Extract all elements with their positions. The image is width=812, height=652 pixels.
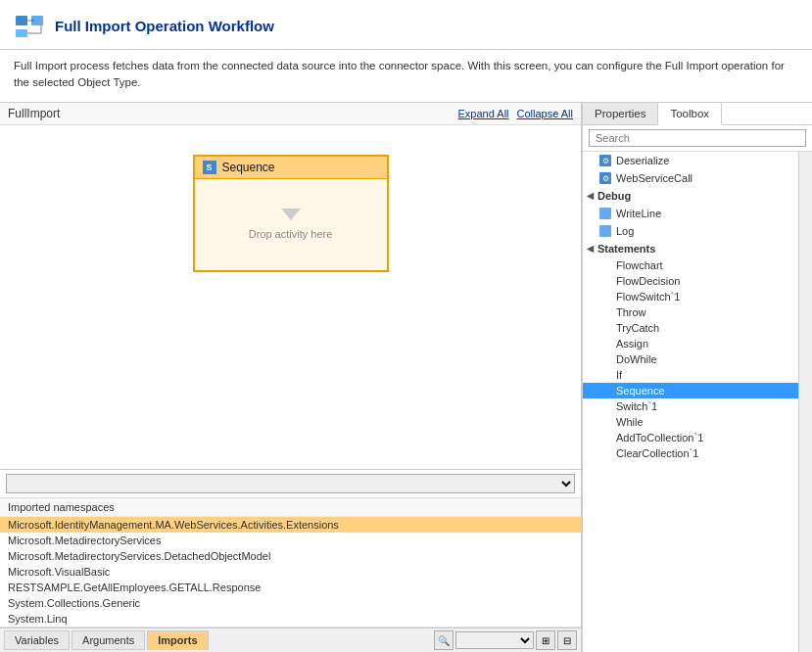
right-tab-bar: Properties Toolbox	[583, 103, 812, 125]
toolbar: FullImport Expand All Collapse All	[0, 103, 581, 125]
group-arrow-icon: ◀	[587, 244, 594, 254]
toolbox-item-assign[interactable]: Assign	[583, 336, 798, 351]
webservice-icon: ⚙	[598, 171, 612, 185]
arguments-tab[interactable]: Arguments	[72, 630, 145, 650]
toolbox-item-label: While	[616, 416, 644, 428]
bottom-panel: Imported namespaces Microsoft.IdentityMa…	[0, 469, 581, 652]
group-label: Statements	[597, 243, 655, 255]
namespace-item[interactable]: System.Linq	[0, 611, 581, 627]
properties-tab[interactable]: Properties	[583, 103, 658, 124]
toolbox-item-label: Flowchart	[616, 259, 663, 271]
drop-arrow-icon	[281, 209, 301, 220]
imports-tab[interactable]: Imports	[147, 630, 208, 650]
toolbox-list: ⚙Deserialize⚙WebServiceCall◀DebugWriteLi…	[583, 152, 798, 653]
left-panel: FullImport Expand All Collapse All S Seq…	[0, 103, 582, 653]
toolbox-item-label: Assign	[616, 338, 648, 349]
toolbox-item-sequence[interactable]: Sequence	[583, 383, 798, 398]
collapse-icon-button[interactable]: ⊟	[557, 630, 577, 650]
toolbox-item-label: WebServiceCall	[616, 172, 693, 184]
toolbox-item-label: Throw	[616, 306, 646, 318]
toolbox-item-log[interactable]: Log	[583, 222, 798, 240]
workflow-label: FullImport	[8, 107, 60, 120]
bottom-select[interactable]	[455, 631, 534, 649]
toolbox-item-clearcollection-1[interactable]: ClearCollection`1	[583, 445, 798, 461]
toolbox-item-deserialize[interactable]: ⚙Deserialize	[583, 152, 798, 169]
toolbox-content: ⚙Deserialize⚙WebServiceCall◀DebugWriteLi…	[583, 152, 798, 653]
toolbox-item-label: Switch`1	[616, 400, 657, 412]
expand-all-button[interactable]: Expand All	[458, 108, 509, 119]
namespace-item[interactable]: Microsoft.IdentityManagement.MA.WebServi…	[0, 517, 581, 533]
search-bottom-button[interactable]: 🔍	[434, 630, 454, 650]
toolbox-item-label: Deserialize	[616, 155, 669, 166]
svg-text:⚙: ⚙	[602, 174, 609, 183]
toolbox-item-label: DoWhile	[616, 353, 657, 365]
toolbox-item-while[interactable]: While	[583, 414, 798, 430]
sequence-header: S Sequence	[195, 157, 387, 179]
toolbox-tab[interactable]: Toolbox	[658, 103, 722, 125]
toolbox-item-throw[interactable]: Throw	[583, 304, 798, 320]
svg-rect-2	[16, 29, 27, 37]
sequence-block-icon: S	[203, 161, 216, 174]
drop-text: Drop activity here	[249, 228, 333, 240]
log-icon	[598, 224, 612, 238]
variables-tab[interactable]: Variables	[4, 630, 70, 650]
toolbox-item-writeline[interactable]: WriteLine	[583, 205, 798, 222]
search-input[interactable]	[589, 129, 806, 147]
description-text: Full Import process fetches data from th…	[0, 50, 812, 103]
toolbox-item-trycatch[interactable]: TryCatch	[583, 320, 798, 336]
toolbox-item-label: WriteLine	[616, 208, 661, 219]
writeline-icon	[598, 207, 612, 220]
toolbox-item-flowswitch-1[interactable]: FlowSwitch`1	[583, 289, 798, 304]
toolbox-item-label: Sequence	[616, 385, 665, 396]
scrollbar[interactable]	[798, 152, 812, 653]
namespace-combo-container	[0, 470, 581, 498]
toolbox-item-if[interactable]: If	[583, 367, 798, 383]
svg-rect-12	[599, 225, 611, 237]
toolbox-item-dowhile[interactable]: DoWhile	[583, 351, 798, 367]
namespace-item[interactable]: Microsoft.MetadirectoryServices.Detached…	[0, 548, 581, 564]
sequence-body[interactable]: Drop activity here	[195, 179, 387, 270]
toolbox-item-webservicecall[interactable]: ⚙WebServiceCall	[583, 169, 798, 187]
bottom-tabs: Variables Arguments Imports 🔍 ⊞ ⊟	[0, 628, 581, 652]
workflow-icon	[14, 10, 45, 41]
sequence-block: S Sequence Drop activity here	[193, 155, 389, 272]
toolbox-search-container	[583, 125, 812, 152]
workflow-canvas: S Sequence Drop activity here	[0, 125, 581, 470]
sequence-title: Sequence	[222, 161, 275, 174]
page-title: Full Import Operation Workflow	[55, 18, 274, 34]
namespaces-header: Imported namespaces	[0, 498, 581, 517]
namespace-dropdown[interactable]	[6, 474, 575, 493]
group-label: Debug	[597, 190, 631, 202]
collapse-all-button[interactable]: Collapse All	[517, 108, 573, 119]
toolbox-item-flowchart[interactable]: Flowchart	[583, 257, 798, 273]
namespace-list: Microsoft.IdentityManagement.MA.WebServi…	[0, 517, 581, 627]
namespace-item[interactable]: Microsoft.MetadirectoryServices	[0, 533, 581, 548]
main-area: FullImport Expand All Collapse All S Seq…	[0, 103, 812, 653]
namespaces-section: Imported namespaces Microsoft.IdentityMa…	[0, 498, 581, 628]
toolbox-item-label: FlowDecision	[616, 275, 680, 287]
toolbox-item-label: FlowSwitch`1	[616, 291, 680, 303]
right-panel: Properties Toolbox ⚙Deserialize⚙WebServi…	[582, 103, 812, 653]
window: Full Import Operation Workflow Full Impo…	[0, 0, 812, 652]
toolbox-group-debug[interactable]: ◀Debug	[583, 187, 798, 205]
expand-icon-button[interactable]: ⊞	[536, 630, 555, 650]
toolbox-item-flowdecision[interactable]: FlowDecision	[583, 273, 798, 289]
toolbox-item-switch-1[interactable]: Switch`1	[583, 398, 798, 414]
namespace-item[interactable]: Microsoft.VisualBasic	[0, 564, 581, 580]
toolbox-item-addtocollection-1[interactable]: AddToCollection`1	[583, 430, 798, 445]
deserialize-icon: ⚙	[598, 154, 612, 167]
group-arrow-icon: ◀	[587, 191, 594, 201]
svg-rect-0	[16, 16, 27, 25]
toolbox-group-statements[interactable]: ◀Statements	[583, 240, 798, 257]
toolbox-item-label: If	[616, 369, 622, 381]
svg-text:⚙: ⚙	[602, 157, 609, 165]
svg-rect-11	[599, 208, 611, 219]
toolbox-item-label: TryCatch	[616, 322, 659, 334]
toolbox-item-label: ClearCollection`1	[616, 447, 698, 459]
toolbox-inner: ⚙Deserialize⚙WebServiceCall◀DebugWriteLi…	[583, 152, 812, 653]
namespace-item[interactable]: System.Collections.Generic	[0, 595, 581, 611]
toolbox-item-label: Log	[616, 225, 634, 237]
toolbox-item-label: AddToCollection`1	[616, 432, 703, 443]
header: Full Import Operation Workflow	[0, 0, 812, 50]
namespace-item[interactable]: RESTSAMPLE.GetAllEmployees.GETALL.Respon…	[0, 580, 581, 595]
